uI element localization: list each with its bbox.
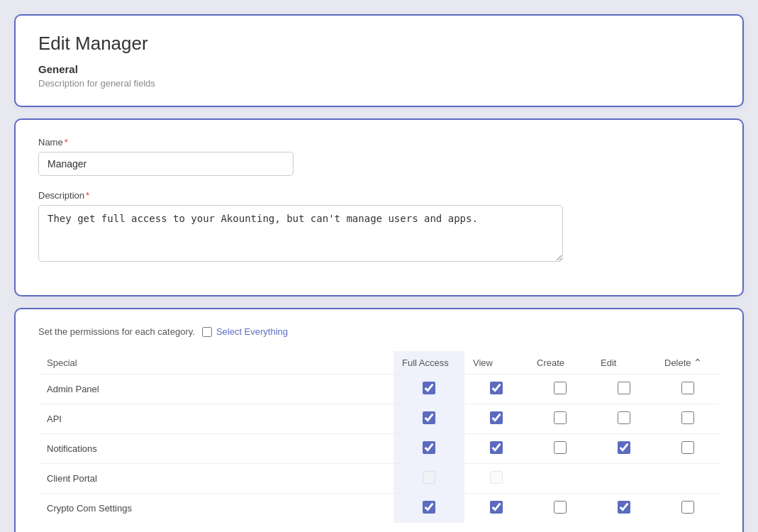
full-access-checkbox[interactable] — [423, 411, 435, 424]
th-view: View — [464, 351, 528, 375]
perm-edit-cell[interactable] — [592, 404, 656, 434]
perm-edit-cell[interactable] — [592, 434, 656, 464]
permissions-header: Set the permissions for each category. S… — [38, 326, 720, 337]
description-required-star: * — [86, 190, 89, 201]
full-access-checkbox[interactable] — [423, 441, 435, 454]
edit-checkbox[interactable] — [618, 382, 630, 394]
perm-edit-cell[interactable] — [592, 375, 656, 404]
form-card: Name* Description* They get full access … — [14, 118, 744, 297]
perm-full-access-cell[interactable] — [394, 464, 464, 494]
full-access-checkbox[interactable] — [423, 501, 435, 514]
create-checkbox[interactable] — [554, 382, 567, 394]
perm-edit-cell[interactable] — [592, 494, 656, 523]
perm-delete-cell[interactable] — [656, 434, 720, 464]
perm-view-cell[interactable] — [464, 375, 528, 404]
table-row: Client Portal — [38, 464, 720, 494]
perm-create-cell[interactable] — [528, 464, 592, 494]
perm-create-cell[interactable] — [528, 375, 592, 404]
perm-full-access-cell[interactable] — [394, 404, 464, 434]
perm-edit-cell[interactable] — [592, 464, 656, 494]
perm-view-cell[interactable] — [464, 494, 528, 523]
table-row: Crypto Com Settings — [38, 494, 720, 523]
perm-full-access-cell[interactable] — [394, 434, 464, 464]
title-card: Edit Manager General Description for gen… — [14, 14, 744, 107]
view-checkbox-disabled — [490, 471, 503, 484]
perm-create-cell[interactable] — [528, 404, 592, 434]
description-form-group: Description* They get full access to you… — [38, 190, 720, 264]
perm-row-name: API — [38, 404, 394, 434]
select-everything-checkbox[interactable] — [202, 327, 212, 337]
create-checkbox[interactable] — [554, 441, 567, 454]
perm-create-cell[interactable] — [528, 494, 592, 523]
delete-checkbox[interactable] — [681, 411, 694, 424]
name-required-star: * — [65, 137, 68, 148]
perm-view-cell[interactable] — [464, 434, 528, 464]
perm-delete-cell[interactable] — [656, 404, 720, 434]
perm-create-cell[interactable] — [528, 434, 592, 464]
create-checkbox[interactable] — [554, 411, 567, 424]
permissions-table: Special Full Access View Create Edit Del… — [38, 351, 720, 523]
th-delete: Delete ⌃ — [656, 351, 720, 375]
th-create: Create — [528, 351, 592, 375]
name-form-group: Name* — [38, 137, 720, 176]
perm-view-cell[interactable] — [464, 404, 528, 434]
perm-full-access-cell[interactable] — [394, 494, 464, 523]
general-section-desc: Description for general fields — [38, 78, 720, 89]
permissions-table-header-row: Special Full Access View Create Edit Del… — [38, 351, 720, 375]
permissions-card: Set the permissions for each category. S… — [14, 308, 744, 532]
full-access-checkbox-disabled — [423, 471, 435, 484]
perm-delete-cell[interactable] — [656, 375, 720, 404]
full-access-checkbox[interactable] — [423, 382, 435, 394]
edit-checkbox[interactable] — [618, 411, 630, 424]
name-input[interactable] — [38, 152, 294, 176]
view-checkbox[interactable] — [490, 382, 503, 394]
perm-row-name: Admin Panel — [38, 375, 394, 404]
general-section-title: General — [38, 63, 720, 75]
view-checkbox[interactable] — [490, 501, 503, 514]
th-edit: Edit — [592, 351, 656, 375]
perm-row-name: Crypto Com Settings — [38, 494, 394, 523]
edit-checkbox[interactable] — [618, 501, 630, 514]
description-label: Description* — [38, 190, 720, 201]
perm-row-name: Client Portal — [38, 464, 394, 494]
page-title: Edit Manager — [38, 33, 720, 55]
perm-row-name: Notifications — [38, 434, 394, 464]
th-special: Special — [38, 351, 394, 375]
delete-checkbox[interactable] — [681, 441, 694, 454]
delete-checkbox[interactable] — [681, 382, 694, 394]
collapse-button[interactable]: ⌃ — [693, 357, 702, 368]
view-checkbox[interactable] — [490, 441, 503, 454]
perm-delete-cell[interactable] — [656, 464, 720, 494]
perm-view-cell[interactable] — [464, 464, 528, 494]
description-textarea[interactable]: They get full access to your Akounting, … — [38, 205, 563, 262]
delete-checkbox[interactable] — [681, 501, 694, 514]
select-everything-text: Select Everything — [216, 326, 288, 337]
perm-full-access-cell[interactable] — [394, 375, 464, 404]
permissions-header-text: Set the permissions for each category. — [38, 326, 195, 337]
th-full-access: Full Access — [394, 351, 464, 375]
view-checkbox[interactable] — [490, 411, 503, 424]
edit-checkbox[interactable] — [618, 441, 630, 454]
table-row: Admin Panel — [38, 375, 720, 404]
name-label: Name* — [38, 137, 720, 148]
perm-delete-cell[interactable] — [656, 494, 720, 523]
create-checkbox[interactable] — [554, 501, 567, 514]
table-row: API — [38, 404, 720, 434]
select-everything-label[interactable]: Select Everything — [202, 326, 288, 337]
table-row: Notifications — [38, 434, 720, 464]
